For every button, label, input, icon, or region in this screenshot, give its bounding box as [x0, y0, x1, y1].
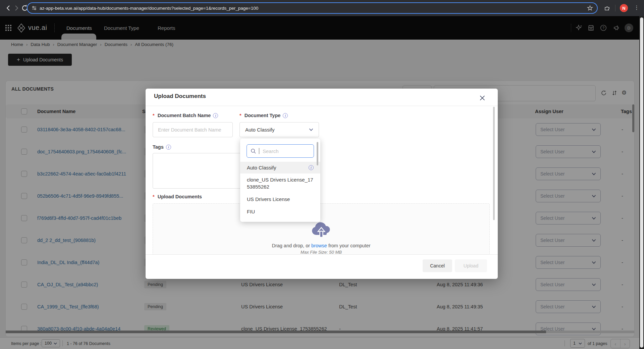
extensions-icon[interactable] — [604, 5, 610, 11]
modal-title: Upload Documents — [154, 93, 206, 100]
browser-menu-icon[interactable]: ⋮ — [634, 4, 639, 11]
dropzone-text-after: from your computer — [328, 243, 371, 248]
option-label: Payslip2 — [247, 221, 266, 222]
doc-type-label-row: * Document Type i — [239, 113, 288, 118]
option-label: US Drivers License — [247, 196, 290, 202]
forward-icon[interactable] — [12, 0, 20, 16]
tags-label-row: Tags i — [153, 144, 171, 150]
window-scrollbar[interactable] — [640, 17, 643, 348]
bookmark-star-icon[interactable] — [587, 5, 593, 11]
doc-type-dropdown-panel: Auto Classifyiclone_US Drivers License_1… — [240, 139, 320, 222]
dropdown-search-input[interactable] — [262, 148, 310, 154]
modal-scrollbar[interactable] — [493, 107, 495, 220]
dropzone-text-before: Drag and drop, or — [272, 243, 310, 248]
dropdown-option[interactable]: Payslip2 — [240, 218, 320, 222]
dropdown-option[interactable]: Auto Classifyi — [240, 162, 320, 173]
close-icon[interactable] — [478, 94, 486, 102]
option-label: Auto Classify — [247, 164, 276, 171]
modal-footer: Cancel Upload — [146, 254, 498, 279]
url-text[interactable]: az-app-beta.vue.ai/app/data-hub/document… — [40, 6, 587, 11]
doc-type-select[interactable]: Auto Classify — [239, 122, 319, 137]
info-icon: i — [309, 165, 314, 170]
batch-name-field[interactable] — [153, 122, 233, 137]
upload-docs-label-row: * Upload Documents — [153, 194, 202, 199]
chevron-down-icon — [309, 128, 313, 131]
cancel-button[interactable]: Cancel — [423, 259, 452, 272]
option-label: clone_US Drivers License_1753855262 — [247, 177, 313, 190]
upload-docs-label: Upload Documents — [158, 194, 202, 199]
option-label: FIU — [247, 209, 255, 214]
window-scrollbar-track — [639, 16, 644, 349]
info-icon[interactable]: i — [283, 113, 288, 118]
doc-type-options: Auto Classifyiclone_US Drivers License_1… — [240, 162, 320, 222]
url-bar[interactable]: az-app-beta.vue.ai/app/data-hub/document… — [27, 2, 598, 14]
doc-type-value: Auto Classify — [245, 127, 275, 133]
dropdown-option[interactable]: US Drivers License — [240, 193, 320, 205]
doc-type-label: Document Type — [245, 113, 281, 118]
required-asterisk: * — [153, 194, 155, 199]
required-asterisk: * — [239, 113, 241, 118]
batch-name-label-row: * Document Batch Name i — [153, 113, 218, 118]
dropdown-search[interactable] — [247, 144, 314, 158]
browser-profile-avatar[interactable]: N — [620, 4, 628, 12]
browser-toolbar: az-app-beta.vue.ai/app/data-hub/document… — [0, 0, 644, 16]
tags-label: Tags — [153, 144, 164, 150]
toolbar-divider — [615, 5, 615, 11]
batch-name-label: Document Batch Name — [158, 113, 211, 118]
dropdown-scrollbar[interactable] — [317, 142, 318, 165]
back-icon[interactable] — [4, 0, 12, 16]
browse-link[interactable]: browse — [311, 243, 327, 248]
search-icon — [251, 148, 256, 154]
dropzone-instruction: Drag and drop, or browse from your compu… — [153, 243, 490, 248]
required-asterisk: * — [153, 113, 155, 118]
upload-documents-modal: Upload Documents * Document Batch Name i… — [146, 89, 498, 279]
text-caret — [259, 148, 259, 154]
dropdown-option[interactable]: FIU — [240, 205, 320, 218]
cloud-upload-icon — [311, 220, 332, 240]
dropdown-option[interactable]: clone_US Drivers License_1753855262 — [240, 173, 320, 193]
upload-button[interactable]: Upload — [455, 259, 487, 272]
info-icon[interactable]: i — [213, 113, 218, 118]
info-icon[interactable]: i — [166, 145, 171, 150]
site-settings-icon[interactable] — [32, 5, 37, 11]
app-window: az-app-beta.vue.ai/app/data-hub/document… — [0, 0, 644, 349]
modal-header-divider — [146, 106, 498, 106]
batch-name-input[interactable] — [153, 122, 232, 137]
max-file-size-note: Max File Size: 50 MB — [153, 250, 490, 255]
